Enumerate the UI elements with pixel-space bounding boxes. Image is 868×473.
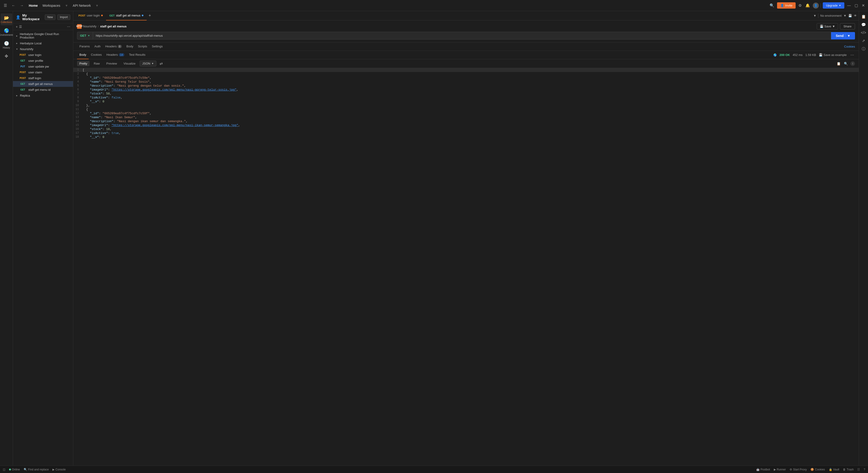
list-item[interactable]: ► Herbalyze Google Cloud Run Production [13,31,73,40]
format-raw[interactable]: Raw [91,61,102,66]
help-icon[interactable]: ? [864,468,865,471]
list-item[interactable]: POST user claim [13,69,73,75]
send-button[interactable]: Send ▼ [831,32,855,39]
cookies-link[interactable]: Cookies [844,45,855,48]
list-item[interactable]: POST staff login [13,75,73,81]
postbot-button[interactable]: 🤖 Postbot [756,468,770,471]
search-response-icon[interactable]: 🔍 [843,61,848,66]
tab-params[interactable]: Params [77,42,92,51]
tab-staff-get-all-menus[interactable]: GET staff get all menus [106,11,147,21]
sidebar-item-mock[interactable]: ✥ [1,52,12,61]
list-item[interactable]: PUT user update pw [13,64,73,69]
save-button[interactable]: 💾 Save ▼ [817,23,838,29]
grid-icon[interactable]: ☷ [857,468,860,471]
save-caret[interactable]: ▼ [832,25,835,28]
response-tab-body[interactable]: Body [77,51,89,59]
menu-button[interactable]: ☰ [2,2,8,8]
sidebar-item-history[interactable]: 🕐 History [1,39,12,51]
settings-icon[interactable]: ⚙ [798,2,803,8]
no-environment-label[interactable]: No environment [820,14,842,18]
close-icon[interactable]: ✕ [861,2,866,8]
response-tab-test-results[interactable]: Test Results [127,51,148,59]
tabs-dropdown-icon[interactable]: ▼ [813,14,816,18]
tab-scripts[interactable]: Scripts [135,42,149,51]
list-item[interactable]: POST user login [13,52,73,58]
avatar-icon[interactable]: 👤 [813,3,819,8]
new-button[interactable]: New [45,14,56,20]
more-options-icon[interactable]: ⋯ [67,25,70,29]
expand-icon[interactable]: ⇗ [861,37,866,45]
workspaces-menu[interactable]: Workspaces [41,3,62,8]
eye-icon[interactable]: 👁 [854,14,857,18]
online-status[interactable]: Online [9,468,20,471]
upgrade-button[interactable]: Upgrade ▼ [823,2,844,8]
docs-icon[interactable]: 📋 [860,13,867,20]
info-icon[interactable]: i [850,61,855,66]
response-status: 🌎 200 OK 452 ms 1.59 KB 💾 Save as exampl… [773,52,855,58]
sidebar-item-environments[interactable]: 🌎 Environments [1,26,12,38]
save-example-button[interactable]: 💾 Save as example [819,53,847,57]
search-icon[interactable]: 🔍 [769,2,775,8]
minimize-icon[interactable]: — [846,3,852,8]
json-line: 6 "imageUrl": "https://storage.googleapi… [73,88,859,92]
forward-button[interactable]: → [19,3,25,8]
back-button[interactable]: ← [10,3,17,8]
runner-icon: ▶ [774,468,776,471]
chevron-right-icon: ► [16,35,18,37]
cookies-bottom-button[interactable]: 🍪 Cookies [810,468,825,471]
list-item[interactable]: GET user profile [13,58,73,64]
format-type-select[interactable]: JSON ▼ [140,61,156,66]
format-preview[interactable]: Preview [104,61,119,66]
list-item[interactable]: ► Replica [13,93,73,98]
comments-icon[interactable]: 💬 [860,21,867,28]
json-line: 3 "_id": "665209ea97c4f75cdfc7c59e", [73,76,859,80]
more-options-icon[interactable]: ⋯ [849,52,855,58]
tab-auth[interactable]: Auth [92,42,103,51]
copy-icon[interactable]: 📋 [836,61,841,66]
share-button[interactable]: Share [840,23,855,29]
list-item[interactable]: GET staff get all menus [13,81,73,87]
maximize-icon[interactable]: ▢ [854,2,859,8]
code-icon[interactable]: </> [860,29,868,36]
trash-button[interactable]: 🗑 Trash [843,468,854,471]
add-collection-icon[interactable]: + [16,25,18,29]
list-item[interactable]: GET staff get menu id [13,87,73,93]
find-replace-button[interactable]: 🔍 Find and replace [24,468,49,471]
layout-icon[interactable]: ◫ [3,468,5,471]
tab-headers[interactable]: Headers8 [103,42,124,51]
tab-body[interactable]: Body [124,42,136,51]
format-pretty[interactable]: Pretty [77,61,90,66]
tab-user-login[interactable]: POST user login [75,11,106,21]
env-options-icon[interactable]: 💾 [848,14,852,18]
api-network-menu[interactable]: API Network [71,3,93,8]
word-wrap-icon[interactable]: ⇄ [160,61,163,66]
sidebar-item-collections[interactable]: 📂 Collections [1,13,12,25]
online-dot [9,469,11,470]
notifications-icon[interactable]: 🔔 [804,2,811,8]
info-panel-icon[interactable]: ⓘ [860,45,867,53]
response-tab-cookies[interactable]: Cookies [89,51,104,59]
tab-settings[interactable]: Settings [149,42,165,51]
start-proxy-button[interactable]: ⚙ Start Proxy [789,468,807,471]
url-input[interactable] [93,32,831,39]
send-caret[interactable]: ▼ [845,34,850,38]
import-button[interactable]: Import [57,14,70,20]
format-visualize[interactable]: Visualize [121,61,138,66]
console-button[interactable]: ▶ Console [53,468,66,471]
tab-dot [101,14,103,16]
list-item[interactable]: ► Herbalyze Local [13,40,73,46]
env-dropdown-icon[interactable]: ▼ [843,14,846,18]
format-bar-right: 📋 🔍 i [836,61,855,66]
filter-icon[interactable]: ☰ [19,25,22,29]
method-select[interactable]: GET ▼ [77,32,93,39]
add-tab-button[interactable]: + [147,13,153,18]
home-link[interactable]: Home [27,3,40,8]
runner-button[interactable]: ▶ Runner [774,468,786,471]
json-line: 11 { [73,108,859,112]
breadcrumb-parent[interactable]: Nourishify [83,25,96,28]
invite-button[interactable]: 👤 Invite [777,2,796,8]
vault-button[interactable]: 🔒 Vault [829,468,839,471]
method-badge-post: POST [19,53,27,56]
response-tab-headers[interactable]: Headers14 [104,51,127,59]
list-item[interactable]: ▼ Nourishify [13,46,73,52]
